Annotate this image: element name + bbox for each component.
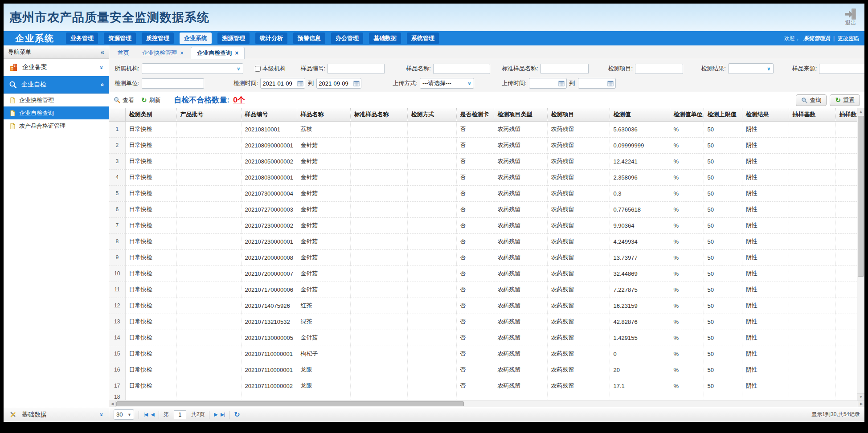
table-row[interactable]: 16日常快检202107110000001龙眼否农药残留农药残留20%50阴性 [109,362,863,378]
chevron-down-icon[interactable]: » [98,413,105,416]
org-select[interactable]: ∨ [142,63,243,74]
test-time-to-input[interactable] [317,80,352,87]
next-page-button[interactable]: ▶ [214,412,217,417]
page-size-select[interactable]: 30 ▼ [114,409,134,420]
column-header-4[interactable]: 样品名称 [297,108,350,121]
calendar-icon[interactable] [557,78,566,88]
scroll-left-icon[interactable]: ◀ [109,401,116,407]
sidebar-group-base-data[interactable]: 基础数据 » [4,407,109,422]
sidebar-group-self-inspection[interactable]: 企业自检 » [4,76,109,94]
sidebar-group-company-record[interactable]: 企业备案 » [4,59,109,76]
chevron-up-icon[interactable]: » [98,83,105,86]
reset-button[interactable]: ↻ 重置 [830,94,860,106]
column-header-9[interactable]: 检测项目 [547,108,610,121]
table-row[interactable]: 6日常快检202107270000003金针菇否农药残留农药残留0.776561… [109,201,863,217]
table-row[interactable]: 17日常快检202107110000002龙眼否农药残留农药残留17.1%50阴… [109,378,863,394]
upload-time-to-input[interactable] [578,80,606,87]
test-item-input[interactable] [635,64,683,74]
nav-item-0[interactable]: 业务管理 [66,33,98,44]
nav-item-9[interactable]: 系统管理 [407,33,439,44]
sidebar-item-1[interactable]: 企业自检查询 [4,106,109,119]
calendar-icon[interactable] [295,78,305,88]
nav-item-4[interactable]: 溯源管理 [217,33,250,44]
column-header-1[interactable]: 检测类别 [125,108,176,121]
nav-item-2[interactable]: 质控管理 [142,33,174,44]
test-time-from-datebox[interactable] [260,78,305,89]
vertical-scrollbar[interactable]: ▲ ▼ [857,108,864,400]
upload-time-from-input[interactable] [529,80,557,87]
horizontal-scrollbar[interactable]: ◀ ▶ [109,400,864,407]
sidebar-item-2[interactable]: 农产品合格证管理 [4,119,109,132]
sample-source-input[interactable] [819,64,864,74]
table-row[interactable]: 7日常快检202107230000002金针菇否农药残留农药残留9.90364%… [109,217,863,233]
column-header-6[interactable]: 检测方式 [407,108,456,121]
nav-item-1[interactable]: 资源管理 [104,33,136,44]
scroll-down-icon[interactable]: ▼ [857,393,864,400]
refresh-button[interactable]: ↻ 刷新 [141,96,161,104]
table-row[interactable]: 18 [109,394,863,400]
upload-time-from-datebox[interactable] [529,78,567,89]
column-header-8[interactable]: 检测项目类型 [494,108,547,121]
column-header-7[interactable]: 是否检测卡 [456,108,494,121]
column-header-2[interactable]: 产品批号 [176,108,241,121]
calendar-icon[interactable] [606,78,615,88]
column-header-14[interactable]: 抽样基数 [789,108,835,121]
last-page-button[interactable]: ▶| [221,412,225,417]
chevron-down-icon[interactable]: ∨ [765,64,773,74]
column-header-10[interactable]: 检测值 [610,108,670,121]
nav-item-3[interactable]: 企业系统 [180,33,212,44]
table-row[interactable]: 1日常快检20210810001荔枝否农药残留农药残留5.630036%50阴性 [109,121,863,137]
tab-0[interactable]: 首页 [112,47,135,59]
view-button[interactable]: 查看 [114,96,134,104]
reload-icon[interactable]: ↻ [234,410,240,419]
page-number-input[interactable] [174,410,186,419]
calendar-icon[interactable] [352,78,361,88]
logout-button[interactable]: 退出 [844,8,857,26]
scroll-up-icon[interactable]: ▲ [857,108,864,115]
table-row[interactable]: 13日常快检20210713210532绿茶否农药残留农药残留42.82876%… [109,314,863,330]
nav-item-8[interactable]: 基础数据 [369,33,401,44]
sample-no-input[interactable] [328,64,385,74]
table-row[interactable]: 2日常快检202108090000001金针菇否农药残留农药残留0.099999… [109,137,863,153]
scroll-right-icon[interactable]: ▶ [858,401,864,407]
first-page-button[interactable]: |◀ [143,412,147,417]
chevron-down-icon[interactable]: ▼ [125,410,134,419]
upload-time-to-datebox[interactable] [578,78,616,89]
upload-method-select[interactable]: ---请选择--- ∨ [420,78,474,89]
own-org-checkbox[interactable] [255,66,261,72]
table-row[interactable]: 11日常快检202107170000006金针菇否农药残留农药残留7.22787… [109,282,863,298]
sample-name-input[interactable] [433,64,490,74]
nav-item-7[interactable]: 办公管理 [331,33,363,44]
test-result-select[interactable]: ∨ [728,63,774,74]
column-header-13[interactable]: 检测结果 [742,108,789,121]
test-time-from-input[interactable] [261,80,295,87]
column-header-12[interactable]: 检测上限值 [704,108,742,121]
prev-page-button[interactable]: ◀ [151,412,154,417]
change-password-link[interactable]: 更改密码 [838,35,859,42]
table-row[interactable]: 15日常快检202107110000001枸杞子否农药残留农药残留0%50阴性 [109,346,863,362]
nav-item-5[interactable]: 统计分析 [255,33,287,44]
table-row[interactable]: 5日常快检202107300000004金针菇否农药残留农药残留0.3%50阴性 [109,185,863,201]
column-header-5[interactable]: 标准样品名称 [350,108,407,121]
table-row[interactable]: 3日常快检202108050000002金针菇否农药残留农药残留12.42241… [109,153,863,169]
sidebar-item-0[interactable]: 企业快检管理 [4,94,109,106]
table-row[interactable]: 12日常快检20210714075926红茶否农药残留农药残留16.23159%… [109,298,863,314]
horizontal-scroll-thumb[interactable] [116,401,464,406]
table-row[interactable]: 14日常快检202107130000005金针菇否农药残留农药残留1.42915… [109,330,863,346]
chevron-down-icon[interactable]: ∨ [465,78,474,88]
table-row[interactable]: 10日常快检202107200000007金针菇否农药残留农药残留32.4486… [109,266,863,282]
table-row[interactable]: 4日常快检202108030000001金针菇否农药残留农药残留2.358096… [109,169,863,185]
test-unit-input[interactable] [142,78,204,89]
tab-1[interactable]: 企业快检管理× [136,47,189,59]
column-header-3[interactable]: 样品编号 [241,108,297,121]
test-time-to-datebox[interactable] [316,78,361,89]
tab-close-icon[interactable]: × [235,50,238,56]
query-button[interactable]: 查询 [796,94,827,106]
chevron-down-icon[interactable]: » [98,65,105,69]
tab-2[interactable]: 企业自检查询× [191,47,245,59]
table-row[interactable]: 9日常快检202107200000008金针菇否农药残留农药残留13.73977… [109,249,863,266]
std-sample-name-input[interactable] [540,64,589,74]
sidebar-collapse-icon[interactable]: « [101,48,104,56]
table-row[interactable]: 8日常快检202107230000001金针菇否农药残留农药残留4.249934… [109,233,863,249]
column-header-11[interactable]: 检测值单位 [670,108,704,121]
